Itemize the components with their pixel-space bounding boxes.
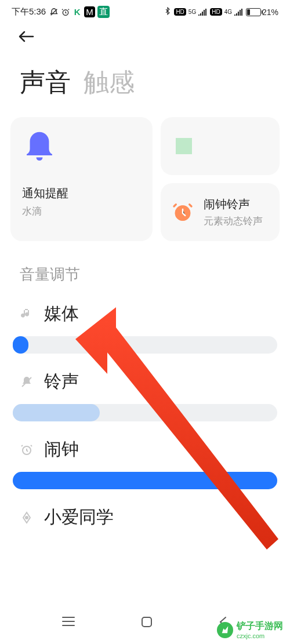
signal-bars-1 (198, 9, 208, 16)
section-volume-title: 音量调节 (0, 241, 290, 296)
volume-alarm: 闹钟 (0, 432, 290, 500)
volume-ring: 铃声 (0, 364, 290, 432)
volume-xiaoai-label: 小爱同学 (44, 505, 114, 529)
hd-badge-1: HD (174, 8, 186, 16)
status-right: HD 5G HD 4G 21% (164, 7, 278, 17)
signal-4g: 4G (224, 9, 232, 15)
app-badge-1: M (84, 6, 95, 17)
volume-media: 媒体 (0, 296, 290, 364)
green-square-icon (176, 138, 192, 154)
alarm-clock-icon (171, 201, 194, 224)
battery-percent: 21% (262, 8, 278, 17)
volume-xiaoai: 小爱同学 (0, 500, 290, 529)
back-button[interactable] (17, 35, 35, 45)
app-badge-2: 直 (97, 6, 110, 18)
card-notification[interactable]: 通知提醒 水滴 (10, 117, 153, 241)
bell-icon (22, 130, 57, 167)
watermark-url: czxjc.com (237, 632, 283, 639)
svg-point-6 (26, 516, 28, 519)
music-note-icon (19, 306, 35, 322)
watermark: 铲子手游网 czxjc.com (217, 620, 283, 639)
hd-badge-2: HD (210, 8, 222, 16)
slider-alarm[interactable] (13, 472, 277, 489)
slider-alarm-fill (13, 472, 277, 489)
slider-ring[interactable] (13, 404, 277, 421)
status-bar: 下午5:36 K M 直 HD 5G HD 4G 21% (0, 0, 290, 21)
dnd-icon (49, 8, 59, 17)
app-icon-k: K (72, 8, 82, 17)
card-unknown[interactable] (161, 117, 280, 175)
volume-ring-label: 铃声 (44, 370, 79, 394)
alarm-status-icon (61, 8, 70, 17)
bluetooth-icon (164, 7, 172, 17)
signal-bars-2 (234, 9, 244, 16)
nav-home[interactable] (140, 615, 154, 631)
xiaoai-icon (19, 510, 35, 526)
status-time: 下午5:36 (12, 6, 46, 17)
bell-muted-icon (19, 374, 35, 390)
status-icons-left: K M 直 (49, 6, 110, 18)
cards-row: 通知提醒 水滴 闹钟铃声 元素动态铃声 (0, 117, 290, 241)
tab-sound[interactable]: 声音 (20, 66, 71, 100)
alarm-icon (19, 442, 35, 458)
tabs-row: 声音 触感 (0, 52, 290, 117)
card-notify-title: 通知提醒 (22, 185, 141, 201)
slider-ring-fill (13, 404, 100, 421)
card-alarm-sub: 元素动态铃声 (204, 214, 263, 228)
card-notify-sub: 水滴 (22, 205, 141, 218)
signal-5g: 5G (188, 9, 196, 15)
nav-recent[interactable] (61, 615, 76, 631)
volume-media-label: 媒体 (44, 302, 79, 326)
slider-media[interactable] (13, 336, 277, 354)
battery-indicator: 21% (246, 8, 278, 17)
slider-media-fill (13, 336, 28, 354)
watermark-brand: 铲子手游网 (237, 620, 283, 632)
card-alarm-sound[interactable]: 闹钟铃声 元素动态铃声 (161, 183, 280, 241)
svg-rect-11 (142, 617, 151, 627)
tab-haptics[interactable]: 触感 (84, 66, 135, 100)
watermark-logo-icon (217, 622, 233, 638)
status-left: 下午5:36 K M 直 (12, 6, 110, 18)
card-alarm-title: 闹钟铃声 (204, 197, 263, 212)
volume-alarm-label: 闹钟 (44, 438, 79, 461)
